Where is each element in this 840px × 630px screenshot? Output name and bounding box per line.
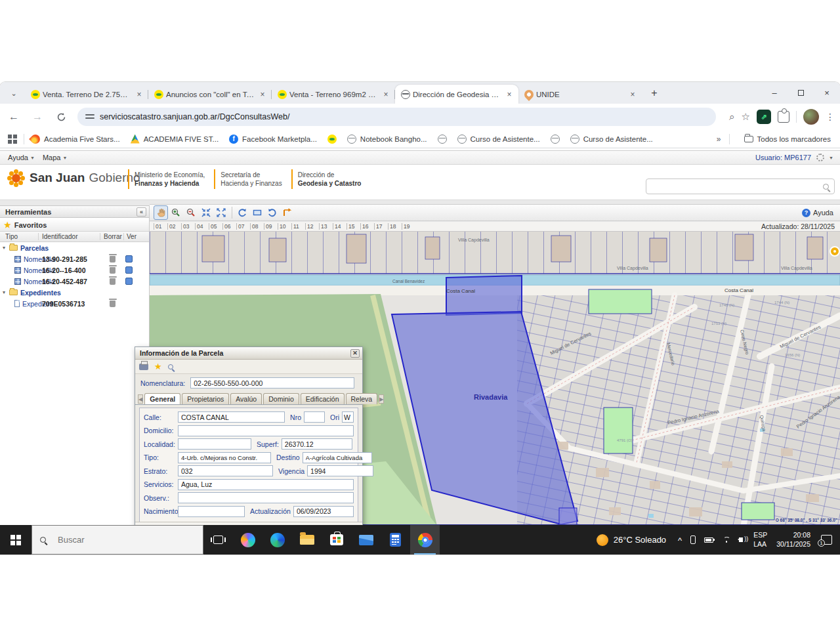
- view-icon[interactable]: [125, 266, 133, 274]
- tab-geodesia-catastro-active[interactable]: Dirección de Geodesia y Cat ×: [395, 85, 518, 104]
- tab-close-icon[interactable]: ×: [504, 89, 514, 100]
- favorite-star-icon[interactable]: ★: [154, 362, 162, 371]
- minimize-button[interactable]: –: [761, 88, 788, 98]
- col-tipo[interactable]: Tipo: [5, 233, 18, 240]
- tab-close-icon[interactable]: ×: [381, 89, 391, 100]
- search-icon[interactable]: [823, 184, 829, 190]
- previous-extent-button[interactable]: [235, 205, 249, 220]
- dialog-close-icon[interactable]: ✕: [350, 349, 360, 358]
- map-help-button[interactable]: ? Ayuda: [802, 209, 833, 217]
- servicios-input[interactable]: [178, 479, 354, 490]
- nro-input[interactable]: [304, 411, 325, 423]
- zoom-window-button[interactable]: [199, 205, 213, 220]
- zoom-in-tool-button[interactable]: [169, 205, 183, 220]
- zoom-out-tool-button[interactable]: [184, 205, 198, 220]
- tab-propietarios[interactable]: Propietarios: [182, 393, 229, 404]
- battery-icon[interactable]: [704, 537, 713, 543]
- pan-tool-button[interactable]: [154, 205, 168, 220]
- dialog-titlebar[interactable]: Información de la Parcela ✕: [135, 347, 362, 360]
- start-button[interactable]: [0, 525, 32, 555]
- expander-icon[interactable]: ▾: [3, 245, 9, 251]
- trash-icon[interactable]: [110, 278, 116, 285]
- close-button[interactable]: ×: [814, 88, 840, 98]
- col-borrar[interactable]: Borrar: [104, 233, 122, 240]
- tab-dominio[interactable]: Dominio: [263, 393, 299, 404]
- gear-icon[interactable]: [816, 154, 824, 161]
- nacimiento-input[interactable]: [178, 506, 245, 517]
- all-bookmarks-button[interactable]: Todos los marcadores: [744, 135, 831, 143]
- trash-icon[interactable]: [110, 267, 116, 274]
- bookmark-globe[interactable]: [438, 135, 447, 144]
- tab-anuncios-coll[interactable]: Anuncios con "coll" en Terre ×: [148, 85, 272, 104]
- volume-icon[interactable]: [739, 537, 745, 542]
- task-view-button[interactable]: [203, 525, 233, 555]
- edge-button[interactable]: [262, 525, 292, 555]
- measure-tool-button[interactable]: [280, 205, 295, 220]
- view-icon[interactable]: [125, 255, 133, 262]
- bookmark-globe[interactable]: [551, 135, 560, 144]
- trash-icon[interactable]: [110, 256, 116, 262]
- tab-scroll-left-icon[interactable]: ◀: [138, 394, 143, 404]
- bookmark-facebook[interactable]: f Facebook Marketpla...: [229, 135, 317, 144]
- file-explorer-button[interactable]: [292, 525, 322, 555]
- tab-close-icon[interactable]: ×: [134, 89, 144, 100]
- store-button[interactable]: [322, 525, 351, 555]
- address-bar[interactable]: servicioscatastro.sanjuan.gob.ar/DgcCons…: [77, 108, 716, 126]
- browser-menu-icon[interactable]: ⋮: [826, 112, 835, 122]
- tab-relevamiento[interactable]: Releva: [346, 393, 378, 404]
- extent-box-button[interactable]: [250, 205, 264, 220]
- calle-input[interactable]: [178, 411, 285, 423]
- estrato-input[interactable]: [178, 465, 273, 476]
- forward-button[interactable]: →: [28, 107, 47, 127]
- bookmark-curso-1[interactable]: Curso de Asistente...: [457, 135, 540, 144]
- nomenclatura-input[interactable]: [190, 377, 354, 388]
- actualizacion-input[interactable]: [293, 506, 354, 517]
- apps-grid-icon[interactable]: [8, 135, 17, 144]
- phone-link-icon[interactable]: [690, 536, 696, 544]
- tree-row-parcel[interactable]: Nomencla 16-20-452-487: [0, 276, 149, 287]
- tab-general[interactable]: General: [144, 393, 180, 404]
- view-icon[interactable]: [125, 278, 133, 285]
- tree-row-expediente[interactable]: Expedient 709E0536713: [0, 298, 149, 309]
- ori-input[interactable]: [342, 411, 354, 423]
- tab-avaluo[interactable]: Avalúo: [230, 393, 262, 404]
- taskbar-search-input[interactable]: [56, 534, 168, 545]
- maximize-button[interactable]: [788, 88, 814, 98]
- tab-edificacion[interactable]: Edificación: [301, 393, 345, 404]
- site-info-icon[interactable]: [85, 113, 94, 121]
- site-search-input[interactable]: [646, 182, 823, 190]
- chrome-button[interactable]: [410, 525, 440, 555]
- tab-unide[interactable]: UNIDE ×: [518, 85, 642, 104]
- domicilio-input[interactable]: [178, 425, 354, 436]
- bookmark-star-icon[interactable]: ☆: [742, 111, 750, 123]
- favorites-header[interactable]: ★ Favoritos: [0, 219, 149, 232]
- observ-input[interactable]: [178, 492, 354, 503]
- extensions-puzzle-icon[interactable]: [778, 111, 789, 123]
- next-extent-button[interactable]: [265, 205, 280, 220]
- collapse-panel-icon[interactable]: «: [136, 207, 146, 217]
- full-extent-button[interactable]: [214, 205, 228, 220]
- language-indicator[interactable]: ESPLAA: [753, 531, 767, 548]
- bookmarks-overflow-icon[interactable]: »: [717, 135, 721, 144]
- tab-close-icon[interactable]: ×: [627, 89, 638, 100]
- weather-widget[interactable]: 26°C Soleado: [614, 535, 666, 545]
- site-search-box[interactable]: [646, 178, 835, 194]
- bookmark-notebook[interactable]: Notebook Bangho...: [347, 135, 427, 144]
- tab-scroll-right-icon[interactable]: ▶: [379, 394, 384, 404]
- reload-button[interactable]: [51, 107, 71, 127]
- tree-group-parcelas[interactable]: ▾ Parcelas: [0, 242, 149, 253]
- localidad-input[interactable]: [178, 438, 251, 450]
- tree-row-parcel[interactable]: Nomencla 16-20--16-400: [0, 264, 149, 276]
- tree-row-parcel[interactable]: Nomencla 13-90-291-285: [0, 253, 149, 264]
- menu-mapa[interactable]: Mapa▼: [43, 154, 67, 161]
- zoom-to-parcel-icon[interactable]: [168, 364, 173, 369]
- bookmark-mercadolibre[interactable]: [327, 135, 337, 144]
- bookmark-academia[interactable]: Academia Five Stars...: [31, 135, 120, 144]
- profile-avatar[interactable]: [803, 109, 819, 125]
- tab-venta-terreno-2750[interactable]: Venta. Terreno De 2.750 M2 ×: [25, 85, 148, 104]
- tab-venta-terreno-969[interactable]: Venta - Terreno 969m2 - So ×: [272, 85, 395, 104]
- expander-icon[interactable]: ▾: [3, 289, 9, 295]
- extension-icon[interactable]: ⇗: [757, 110, 771, 124]
- new-tab-button[interactable]: +: [646, 85, 663, 102]
- taskbar-search[interactable]: [32, 525, 203, 555]
